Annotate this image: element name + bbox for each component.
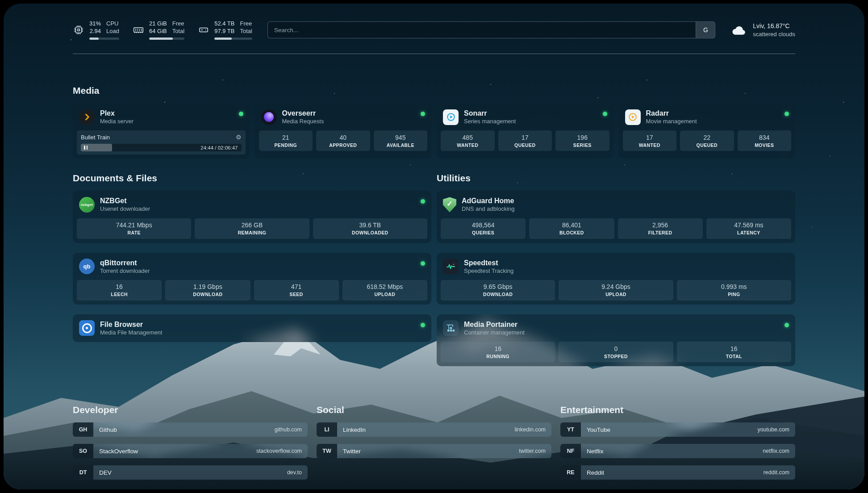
bookmark-youtube[interactable]: YT YouTube youtube.com [560,422,795,437]
service-name: File Browser [100,320,162,329]
section-title-documents: Documents & Files [73,173,431,184]
bookmark-abbr: NF [560,444,581,458]
bookmark-dev[interactable]: DT DEV dev.to [73,465,308,480]
weather-widget: Lviv, 16.87°C scattered clouds [730,22,795,38]
bookmark-abbr: TW [317,444,337,458]
memory-progress-bar [149,38,184,40]
status-dot [603,112,607,116]
search-bar: G [267,21,715,38]
cpu-progress-bar [89,38,119,40]
bookmark-name: YouTube [587,426,610,433]
service-card-portainer[interactable]: Media Portainer Container management 16R… [437,314,795,366]
service-name: Radarr [646,109,697,118]
playback-progress-bar: 24:44 / 02:06:47 [81,144,242,151]
status-dot [421,323,425,327]
section-title-developer: Developer [73,405,308,415]
service-subtitle: DNS and adblocking [462,205,515,213]
search-input[interactable] [268,22,696,38]
gear-icon[interactable]: ⚙ [236,134,242,141]
service-card-sonarr[interactable]: Sonarr Series management 485WANTED 17QUE… [437,103,613,159]
memory-free: 21 GiB [149,20,167,28]
bookmark-linkedin[interactable]: LI LinkedIn linkedin.com [317,422,551,437]
bookmark-twitter[interactable]: TW Twitter twitter.com [317,444,551,458]
service-subtitle: Media Requests [282,118,324,125]
resource-widgets: 31% 2.94 CPU Load [73,20,252,40]
service-card-plex[interactable]: Plex Media server Bullet Train ⚙ [73,103,250,159]
bookmark-url: dev.to [287,469,302,476]
stat-filtered: 2,956FILTERED [618,218,703,239]
service-card-qbittorrent[interactable]: qb qBittorrent Torrent downloader 16LEEC… [73,253,431,305]
service-subtitle: Series management [464,118,516,125]
service-card-speedtest[interactable]: Speedtest Speedtest Tracking 9.65 GbpsDO… [437,253,795,305]
nzbget-icon: nzbget [79,197,95,213]
dashboard-canvas: 31% 2.94 CPU Load [0,0,868,493]
bookmark-name: LinkedIn [343,426,366,433]
stat-available: 945AVAILABLE [374,130,428,151]
status-dot [785,112,789,116]
stat-latency: 47.569 msLATENCY [706,218,791,239]
stat-blocked: 86,401BLOCKED [529,218,614,239]
stat-seed: 471SEED [254,280,339,301]
bookmark-reddit[interactable]: RE Reddit reddit.com [560,465,795,480]
stat-movies: 834MOVIES [738,130,792,151]
status-dot [785,323,789,327]
stat-queued: 22QUEUED [680,130,734,151]
service-subtitle: Torrent downloader [100,267,150,275]
playback-time: 24:44 / 02:06:47 [200,145,238,150]
bookmark-abbr: SO [73,444,93,458]
stat-total: 16TOTAL [677,342,791,362]
bookmark-url: youtube.com [757,426,789,433]
service-card-overseerr[interactable]: Overseerr Media Requests 21PENDING 40APP… [255,103,432,159]
status-dot [239,112,243,116]
status-dot [421,261,425,266]
pause-icon[interactable] [84,146,88,150]
memory-widget: 21 GiB 64 GiB Free Total [133,20,184,40]
bookmark-abbr: YT [560,422,581,437]
disk-free: 52.4 TB [214,20,234,28]
bookmark-stackoverflow[interactable]: SO StackOverflow stackoverflow.com [73,444,308,458]
bookmark-abbr: DT [73,465,93,480]
stat-running: 16RUNNING [441,342,555,362]
bookmark-abbr: RE [560,465,581,480]
stat-downloaded: 39.6 TBDOWNLOADED [313,218,427,239]
bookmark-github[interactable]: GH Github github.com [73,422,308,437]
service-card-nzbget[interactable]: nzbget NZBGet Usenet downloader 744.21 M… [73,191,431,242]
disk-label-1: Free [240,20,252,28]
service-name: qBittorrent [100,259,150,267]
sonarr-icon [443,109,459,125]
memory-icon [133,24,144,36]
stat-download: 9.65 GbpsDOWNLOAD [441,280,555,301]
service-name: Overseerr [282,109,324,118]
stat-approved: 40APPROVED [316,130,370,151]
service-name: AdGuard Home [462,196,515,205]
section-title-social: Social [317,405,551,415]
bookmark-url: github.com [275,426,302,433]
status-dot [421,112,425,116]
memory-label-1: Free [172,20,184,28]
bookmark-url: linkedin.com [515,426,546,433]
cpu-label-1: CPU [106,20,119,28]
stat-upload: 618.52 MbpsUPLOAD [342,280,427,301]
service-subtitle: Speedtest Tracking [464,267,513,275]
weather-location: Lviv, 16.87°C [753,22,795,30]
stat-queued: 17QUEUED [498,130,552,151]
bookmark-netflix[interactable]: NF Netflix netflix.com [560,444,795,458]
cpu-label-2: Load [106,28,119,35]
service-name: Media Portainer [464,320,525,329]
stat-wanted: 17WANTED [623,130,677,151]
stat-leech: 16LEECH [77,280,162,301]
top-bar: 31% 2.94 CPU Load [73,19,795,41]
service-subtitle: Movie management [646,118,697,125]
service-card-radarr[interactable]: Radarr Movie management 17WANTED 22QUEUE… [619,103,796,159]
service-name: Plex [100,109,134,118]
stat-pending: 21PENDING [259,130,313,151]
bookmark-url: twitter.com [519,448,546,454]
disk-label-2: Total [240,28,252,35]
plex-now-playing: Bullet Train ⚙ 24:44 / 02:06:47 [77,130,246,155]
bookmark-name: DEV [99,469,112,476]
stat-stopped: 0STOPPED [559,342,673,362]
service-card-filebrowser[interactable]: File Browser Media File Management [73,314,431,342]
service-card-adguard[interactable]: ✓ AdGuard Home DNS and adblocking 498,56… [437,191,795,242]
search-provider-button[interactable]: G [696,22,715,38]
bookmark-name: Netflix [587,448,604,455]
